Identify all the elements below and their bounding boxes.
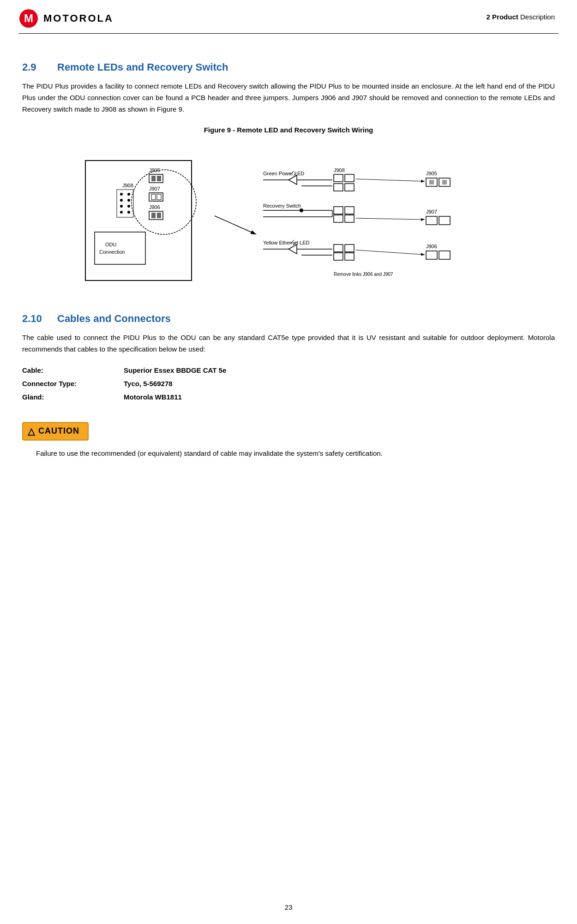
- svg-line-80: [356, 250, 425, 255]
- spec-row-connector: Connector Type: Tyco, 5-569278: [22, 377, 555, 390]
- svg-marker-32: [288, 175, 297, 185]
- svg-text:J906: J906: [426, 244, 437, 249]
- motorola-logo-icon: M: [18, 8, 39, 29]
- spec-value-connector: Tyco, 5-569278: [124, 380, 173, 387]
- svg-line-79: [356, 218, 425, 220]
- figure-9-container: Figure 9 - Remote LED and Recovery Switc…: [22, 126, 555, 299]
- svg-rect-42: [334, 184, 343, 191]
- section-2-10-title: Cables and Connectors: [57, 313, 171, 325]
- main-content: 2.9 Remote LEDs and Recovery Switch The …: [0, 34, 577, 459]
- svg-rect-71: [442, 180, 447, 185]
- svg-point-45: [300, 209, 303, 212]
- svg-rect-76: [426, 251, 437, 259]
- svg-rect-53: [345, 215, 354, 222]
- figure-9-diagram: J908 J905: [22, 142, 555, 299]
- svg-rect-70: [429, 180, 434, 185]
- section-2-9-body: The PIDU Plus provides a facility to con…: [22, 81, 555, 115]
- svg-text:J907: J907: [426, 209, 437, 215]
- header: M MOTOROLA 2 Product Description: [0, 0, 577, 29]
- svg-text:J905: J905: [426, 171, 437, 176]
- svg-rect-17: [157, 176, 161, 181]
- svg-rect-52: [334, 215, 343, 222]
- svg-text:M: M: [24, 12, 33, 24]
- svg-point-6: [120, 193, 123, 196]
- svg-rect-74: [439, 216, 450, 225]
- svg-rect-73: [426, 216, 437, 225]
- page-number: 23: [0, 903, 577, 911]
- svg-text:J905: J905: [149, 167, 160, 173]
- svg-point-12: [120, 211, 123, 214]
- svg-line-29: [215, 216, 256, 234]
- figure-9-caption: Figure 9 - Remote LED and Recovery Switc…: [22, 126, 555, 134]
- svg-rect-40: [334, 174, 343, 182]
- svg-rect-50: [334, 207, 343, 214]
- svg-point-7: [127, 193, 130, 196]
- svg-text:J907: J907: [149, 186, 160, 191]
- page-wrapper: M MOTOROLA 2 Product Description 2.9 Rem…: [0, 0, 577, 924]
- svg-text:Connection: Connection: [99, 249, 125, 255]
- spec-value-gland: Motorola WB1811: [124, 393, 182, 401]
- svg-point-13: [127, 211, 130, 214]
- caution-section: △ CAUTION Failure to use the recommended…: [22, 415, 555, 459]
- caution-label: CAUTION: [38, 426, 79, 436]
- svg-line-78: [356, 179, 425, 181]
- caution-body-text: Failure to use the recommended (or equiv…: [36, 448, 555, 459]
- spec-label-connector: Connector Type:: [22, 380, 124, 387]
- section-2-9-title: Remote LEDs and Recovery Switch: [57, 61, 228, 73]
- svg-rect-77: [439, 251, 450, 259]
- svg-rect-63: [345, 244, 354, 252]
- svg-text:J906: J906: [149, 204, 160, 210]
- svg-rect-64: [334, 253, 343, 260]
- svg-rect-51: [345, 207, 354, 214]
- svg-marker-55: [288, 244, 297, 254]
- caution-box: △ CAUTION: [22, 422, 89, 441]
- section-2-10-heading: 2.10 Cables and Connectors: [22, 313, 555, 325]
- svg-rect-5: [117, 190, 133, 217]
- svg-rect-43: [345, 184, 354, 191]
- svg-rect-21: [157, 194, 161, 200]
- svg-point-9: [127, 199, 130, 202]
- svg-point-8: [120, 199, 123, 202]
- svg-text:J908: J908: [122, 183, 133, 188]
- section-2-10-body: The cable used to connect the PIDU Plus …: [22, 332, 555, 355]
- spec-row-cable: Cable: Superior Essex BBDGE CAT 5e: [22, 364, 555, 377]
- svg-rect-24: [151, 213, 156, 218]
- caution-triangle-icon: △: [28, 426, 35, 437]
- svg-point-11: [127, 205, 130, 208]
- motorola-wordmark: MOTOROLA: [43, 12, 114, 24]
- svg-text:J908: J908: [334, 167, 345, 173]
- wiring-diagram-svg: J908 J905: [81, 142, 496, 299]
- svg-text:Yellow Ethernet LED: Yellow Ethernet LED: [263, 240, 310, 245]
- svg-rect-62: [334, 244, 343, 252]
- section-2-9-number: 2.9: [22, 61, 50, 73]
- svg-rect-2: [85, 161, 192, 280]
- logo-area: M MOTOROLA: [18, 8, 114, 29]
- specs-table: Cable: Superior Essex BBDGE CAT 5e Conne…: [22, 364, 555, 404]
- svg-rect-65: [345, 253, 354, 260]
- svg-rect-16: [151, 176, 156, 181]
- header-section-label: 2 Product Description: [487, 8, 555, 21]
- svg-text:Recovery Switch: Recovery Switch: [263, 203, 301, 209]
- spec-row-gland: Gland: Motorola WB1811: [22, 390, 555, 404]
- svg-text:Remove links J906 and J907: Remove links J906 and J907: [334, 272, 393, 277]
- svg-point-3: [132, 170, 196, 234]
- svg-rect-26: [95, 232, 145, 264]
- svg-text:Green Power LED: Green Power LED: [263, 171, 304, 176]
- section-2-10-number: 2.10: [22, 313, 50, 325]
- svg-point-10: [120, 205, 123, 208]
- svg-rect-25: [157, 213, 161, 218]
- svg-text:ODU: ODU: [105, 242, 117, 247]
- spec-label-gland: Gland:: [22, 393, 124, 401]
- svg-rect-41: [345, 174, 354, 182]
- section-2-9-heading: 2.9 Remote LEDs and Recovery Switch: [22, 61, 555, 73]
- spec-label-cable: Cable:: [22, 366, 124, 374]
- spec-value-cable: Superior Essex BBDGE CAT 5e: [124, 366, 226, 374]
- svg-rect-20: [151, 194, 156, 200]
